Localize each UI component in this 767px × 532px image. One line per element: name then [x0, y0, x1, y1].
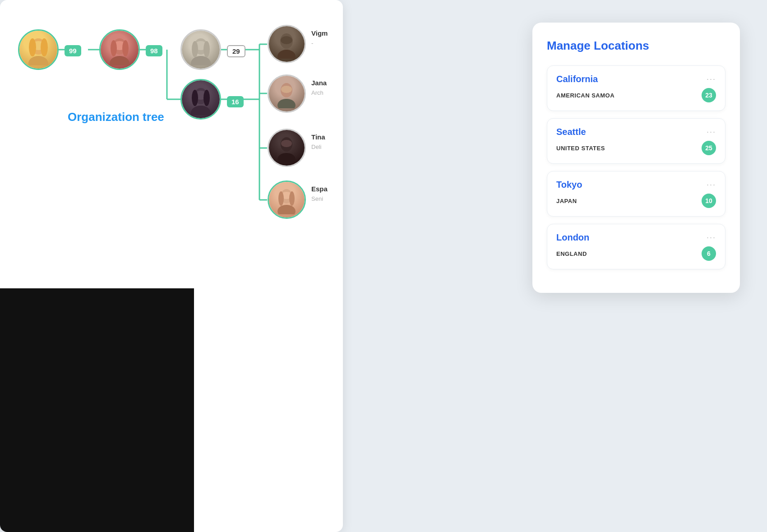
score-badge-99: 99 [65, 45, 81, 56]
manage-locations-panel: Manage Locations California ··· AMERICAN… [532, 23, 740, 293]
svg-point-15 [29, 38, 36, 56]
location-menu-seattle[interactable]: ··· [707, 127, 716, 137]
location-card-california[interactable]: California ··· AMERICAN SAMOA 23 [547, 65, 725, 111]
svg-point-40 [281, 140, 292, 147]
location-count-london: 6 [702, 246, 716, 261]
main-container: Organization tree [0, 0, 767, 532]
location-region-london: ENGLAND [556, 250, 587, 257]
avatar-person-2[interactable] [99, 29, 140, 70]
person-name-tina: Tina [311, 133, 325, 141]
location-card-seattle[interactable]: Seattle ··· UNITED STATES 25 [547, 118, 725, 164]
svg-point-29 [281, 36, 292, 44]
avatar-person-4[interactable] [268, 25, 306, 63]
person-role-jana: Arch [311, 89, 323, 96]
svg-point-25 [192, 41, 198, 57]
location-count-tokyo: 10 [702, 194, 716, 208]
svg-point-31 [191, 106, 211, 115]
person-name-vigm: Vigm [311, 29, 328, 37]
avatar-person-5[interactable] [180, 79, 221, 120]
location-region-seattle: UNITED STATES [556, 145, 605, 152]
svg-point-26 [203, 41, 210, 57]
svg-point-23 [191, 56, 211, 65]
person-role-vigm: - [311, 40, 313, 46]
location-city-california[interactable]: California [556, 74, 598, 84]
location-card-london[interactable]: London ··· ENGLAND 6 [547, 224, 725, 269]
location-city-tokyo[interactable]: Tokyo [556, 180, 582, 190]
svg-point-13 [28, 56, 48, 65]
org-tree-panel: Organization tree [0, 0, 343, 532]
location-region-california: AMERICAN SAMOA [556, 92, 615, 99]
location-menu-california[interactable]: ··· [707, 74, 716, 84]
location-count-seattle: 25 [702, 141, 716, 155]
count-badge-29: 29 [227, 45, 245, 57]
location-region-tokyo: JAPAN [556, 198, 577, 204]
person-name-jana: Jana [311, 79, 327, 87]
svg-point-18 [110, 56, 129, 65]
svg-point-34 [203, 90, 210, 106]
avatar-person-espa[interactable] [268, 180, 306, 219]
svg-point-16 [41, 38, 48, 56]
svg-point-37 [281, 86, 292, 93]
manage-locations-title: Manage Locations [547, 39, 725, 53]
org-tree-content: Organization tree [0, 0, 343, 532]
location-city-seattle[interactable]: Seattle [556, 127, 586, 137]
location-menu-tokyo[interactable]: ··· [707, 180, 716, 190]
svg-point-39 [277, 153, 296, 162]
svg-point-42 [277, 205, 296, 214]
location-city-london[interactable]: London [556, 232, 589, 243]
location-card-tokyo[interactable]: Tokyo ··· JAPAN 10 [547, 171, 725, 217]
location-count-california: 23 [702, 88, 716, 102]
person-role-espa: Seni [311, 195, 323, 202]
org-tree-title: Organization tree [68, 110, 164, 124]
person-role-tina: Deli [311, 143, 321, 150]
svg-point-28 [277, 50, 296, 59]
svg-point-20 [111, 40, 117, 56]
avatar-person-tina[interactable] [268, 129, 306, 167]
avatar-person-3[interactable] [180, 29, 221, 70]
score-badge-16: 16 [227, 96, 244, 107]
svg-point-33 [192, 90, 198, 106]
svg-point-36 [277, 99, 296, 108]
person-name-espa: Espa [311, 185, 328, 193]
score-badge-98: 98 [146, 45, 162, 56]
svg-point-21 [122, 40, 129, 56]
svg-point-45 [289, 191, 295, 206]
avatar-person-1[interactable] [18, 29, 59, 70]
avatar-person-jana[interactable] [268, 74, 306, 113]
location-menu-london[interactable]: ··· [707, 233, 716, 242]
svg-point-44 [278, 191, 284, 206]
org-black-background [0, 288, 194, 532]
